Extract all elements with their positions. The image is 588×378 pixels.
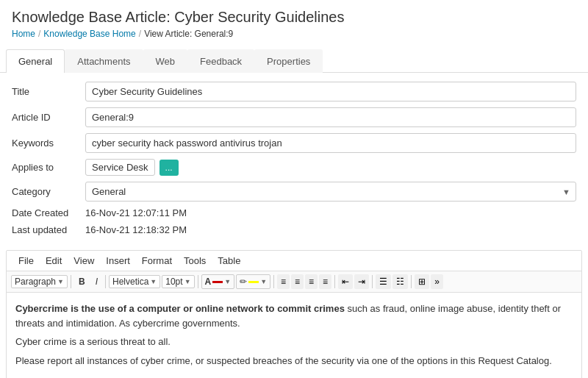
toolbar-sep-4 [273, 275, 274, 288]
content-line-1: Cybercrime is the use of a computer or o… [15, 302, 573, 330]
category-select[interactable]: General [85, 182, 576, 202]
keywords-row: Keywords [12, 133, 576, 153]
article-id-input[interactable] [85, 107, 576, 127]
breadcrumb: Home / Knowledge Base Home / View Articl… [12, 29, 576, 39]
date-created-value: 16-Nov-21 12:07:11 PM [85, 207, 187, 218]
paragraph-chevron-icon: ▼ [57, 278, 64, 285]
breadcrumb-sep-1: / [38, 29, 40, 39]
breadcrumb-sep-2: / [139, 29, 141, 39]
menu-edit[interactable]: Edit [40, 253, 68, 268]
applies-to-value: Service Desk [92, 162, 148, 173]
breadcrumb-current: View Article: General:9 [144, 29, 233, 39]
menu-insert[interactable]: Insert [100, 253, 136, 268]
last-updated-label: Last updated [12, 224, 85, 235]
article-id-field [85, 107, 576, 127]
title-input[interactable] [85, 82, 576, 101]
align-justify-button[interactable]: ≡ [319, 274, 331, 289]
keywords-input[interactable] [85, 133, 576, 153]
toolbar-sep-6 [372, 275, 373, 288]
font-name-label: Helvetica [112, 277, 148, 287]
toolbar-sep-7 [411, 275, 412, 288]
content-line-3: Please report all instances of cyber cri… [15, 354, 573, 368]
font-size-chevron-icon: ▼ [184, 278, 191, 285]
menu-table[interactable]: Table [212, 253, 246, 268]
indent-right-button[interactable]: ⇥ [354, 274, 369, 289]
breadcrumb-home[interactable]: Home [12, 29, 35, 39]
font-chevron-icon: ▼ [150, 278, 157, 285]
editor-menubar: File Edit View Insert Format Tools Table [7, 251, 581, 271]
date-created-field: 16-Nov-21 12:07:11 PM [85, 207, 576, 218]
last-updated-row: Last updated 16-Nov-21 12:18:32 PM [12, 224, 576, 235]
title-row: Title [12, 82, 576, 101]
tab-attachments[interactable]: Attachments [65, 49, 143, 73]
editor-toolbar: Paragraph ▼ B I Helvetica ▼ 10pt ▼ A ▼ ✏… [7, 271, 581, 293]
article-id-row: Article ID [12, 107, 576, 127]
content-bold-1: Cybercrime is the use of a computer or o… [15, 303, 345, 314]
tabs-container: General Attachments Web Feedback Propert… [0, 49, 588, 73]
form-area: Title Article ID Keywords Applies to Ser… [0, 73, 588, 250]
applies-to-label: Applies to [12, 162, 85, 173]
font-color-underline [212, 281, 223, 283]
keywords-field [85, 133, 576, 153]
font-size-wrapper[interactable]: 10pt ▼ [162, 275, 194, 288]
category-label: Category [12, 186, 85, 197]
tab-web[interactable]: Web [143, 49, 188, 73]
title-field [85, 82, 576, 101]
align-center-button[interactable]: ≡ [291, 274, 304, 289]
applies-to-button[interactable]: ... [159, 160, 179, 176]
applies-to-tag: Service Desk [85, 159, 155, 176]
category-row: Category General ▼ [12, 182, 576, 202]
applies-to-row: Applies to Service Desk ... [12, 159, 576, 176]
category-field: General ▼ [85, 182, 576, 202]
align-left-button[interactable]: ≡ [277, 274, 290, 289]
menu-file[interactable]: File [12, 253, 40, 268]
unordered-list-button[interactable]: ☰ [376, 274, 391, 289]
highlight-color-button[interactable]: ✏ ▼ [236, 274, 270, 289]
highlight-chevron-icon: ▼ [260, 278, 267, 285]
editor-content[interactable]: Cybercrime is the use of a computer or o… [7, 293, 581, 378]
toolbar-sep-1 [71, 275, 71, 288]
tab-properties[interactable]: Properties [254, 49, 323, 73]
date-created-row: Date Created 16-Nov-21 12:07:11 PM [12, 207, 576, 218]
highlight-icon: ✏ [240, 277, 247, 287]
ordered-list-button[interactable]: ☷ [392, 274, 408, 289]
category-select-wrapper: General ▼ [85, 182, 576, 202]
last-updated-value: 16-Nov-21 12:18:32 PM [85, 224, 187, 235]
indent-left-button[interactable]: ⇤ [338, 274, 353, 289]
font-color-button[interactable]: A ▼ [201, 274, 235, 289]
bold-button[interactable]: B [74, 274, 90, 289]
title-label: Title [12, 86, 85, 97]
menu-format[interactable]: Format [136, 253, 178, 268]
paragraph-select-label: Paragraph [15, 277, 56, 287]
italic-button[interactable]: I [91, 274, 102, 289]
font-color-a-icon: A [205, 277, 212, 287]
editor-container: File Edit View Insert Format Tools Table… [6, 250, 582, 378]
align-right-button[interactable]: ≡ [305, 274, 318, 289]
breadcrumb-kb-home[interactable]: Knowledge Base Home [43, 29, 135, 39]
tab-general[interactable]: General [6, 49, 65, 73]
keywords-label: Keywords [12, 138, 85, 149]
date-created-label: Date Created [12, 207, 85, 218]
page-header: Knowledge Base Article: Cyber Security G… [0, 0, 588, 43]
toolbar-sep-5 [334, 275, 335, 288]
applies-to-field: Service Desk ... [85, 159, 576, 176]
font-size-label: 10pt [165, 277, 182, 287]
menu-tools[interactable]: Tools [178, 253, 212, 268]
last-updated-field: 16-Nov-21 12:18:32 PM [85, 224, 576, 235]
more-button[interactable]: » [431, 274, 443, 289]
font-select-wrapper[interactable]: Helvetica ▼ [109, 275, 160, 288]
toolbar-sep-3 [198, 275, 198, 288]
content-line-2: Cyber crime is a serious threat to all. [15, 335, 573, 349]
tab-feedback[interactable]: Feedback [187, 49, 254, 73]
toolbar-sep-2 [105, 275, 106, 288]
page-title: Knowledge Base Article: Cyber Security G… [12, 9, 576, 26]
table-button[interactable]: ⊞ [415, 274, 429, 289]
font-color-chevron-icon: ▼ [224, 278, 231, 285]
menu-view[interactable]: View [68, 253, 100, 268]
paragraph-select-wrapper[interactable]: Paragraph ▼ [11, 275, 68, 288]
highlight-color-underline [248, 281, 259, 283]
article-id-label: Article ID [12, 112, 85, 123]
